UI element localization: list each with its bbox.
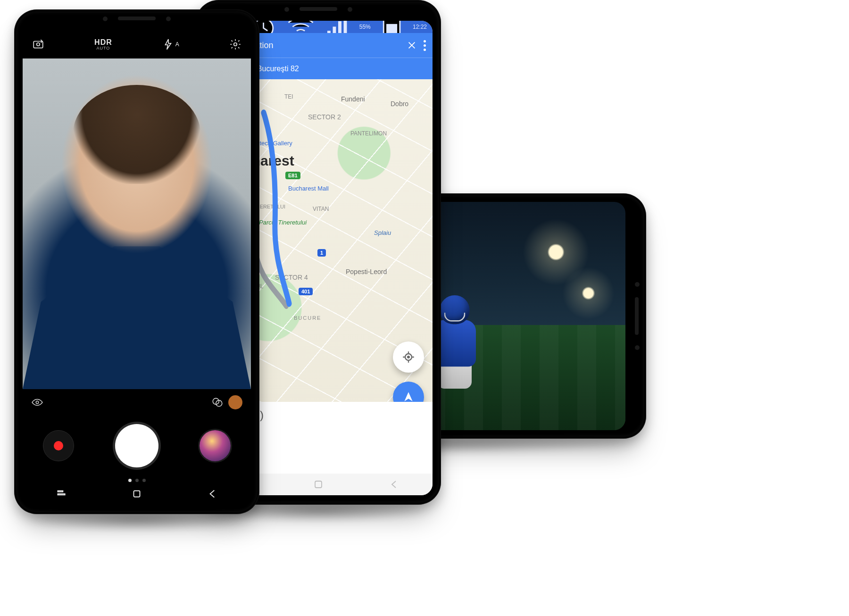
hdr-toggle[interactable]: HDRAUTO (94, 39, 112, 50)
back-icon[interactable] (207, 488, 219, 500)
flash-icon (162, 38, 175, 50)
camera-top-bar: HDRAUTO A (23, 30, 251, 58)
svg-point-13 (36, 401, 38, 403)
svg-point-8 (408, 356, 409, 358)
gallery-thumbnail[interactable] (200, 430, 231, 461)
battery-percent: 55% (359, 24, 371, 30)
my-location-button[interactable] (393, 341, 424, 373)
camera-phone: HDRAUTO A (14, 9, 259, 514)
mode-pager-dots (23, 479, 251, 482)
status-time: 12:22 (413, 24, 427, 30)
camera-viewfinder[interactable] (23, 58, 251, 389)
svg-point-12 (234, 43, 237, 46)
crosshair-icon (402, 350, 415, 364)
eye-icon[interactable] (31, 396, 43, 408)
svg-rect-16 (133, 491, 140, 497)
camera-mode-strip (23, 389, 251, 415)
flash-toggle[interactable]: A (162, 38, 179, 50)
settings-gear-icon[interactable] (229, 38, 241, 50)
stickers-icon[interactable] (228, 395, 242, 409)
shutter-button[interactable] (115, 424, 158, 467)
back-icon[interactable] (389, 479, 400, 490)
home-icon[interactable] (313, 479, 324, 490)
camera-screen: HDRAUTO A (23, 30, 251, 505)
close-icon[interactable] (407, 40, 417, 50)
overflow-menu-icon[interactable] (424, 40, 426, 51)
home-icon[interactable] (131, 488, 143, 500)
record-video-button[interactable] (43, 430, 74, 461)
camera-bottom-bar (23, 415, 251, 476)
svg-rect-10 (315, 481, 322, 488)
filters-icon[interactable] (211, 396, 224, 408)
switch-camera-icon[interactable] (32, 38, 44, 50)
android-nav-bar (23, 483, 251, 505)
recents-icon[interactable] (55, 488, 67, 500)
